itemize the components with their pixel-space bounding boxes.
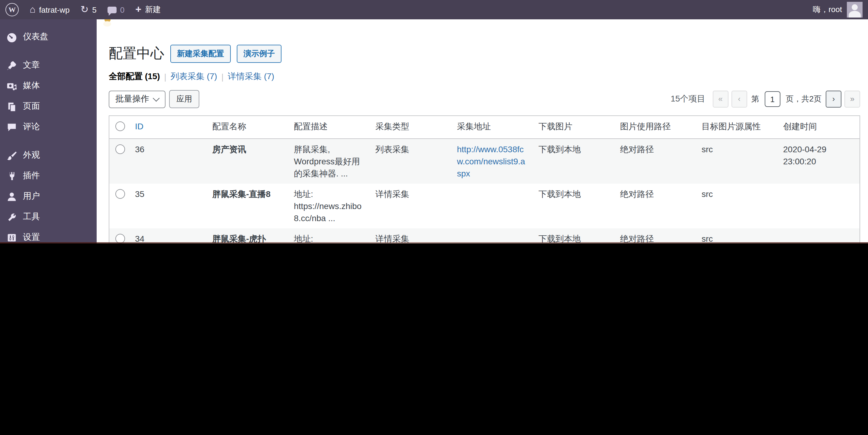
sidebar-item-label: 外观 bbox=[23, 150, 40, 161]
header-cell: 配置名称 bbox=[206, 116, 288, 139]
table-header-row: ID配置名称配置描述采集类型采集地址下载图片图片使用路径目标图片源属性创建时间 bbox=[109, 116, 860, 139]
filter-link-1[interactable]: 列表采集 (7) bbox=[170, 71, 217, 82]
update-count: 5 bbox=[92, 5, 96, 14]
cell-checkbox bbox=[109, 228, 129, 244]
filter-item: 全部配置 (15)| bbox=[109, 71, 170, 82]
filter-separator: | bbox=[221, 72, 223, 82]
wordpress-logo-icon: W bbox=[5, 3, 19, 16]
header-cell-checkbox bbox=[109, 116, 129, 139]
row-checkbox[interactable] bbox=[115, 145, 125, 154]
collect-url-link[interactable]: http://www.0538fcw.com/newslist9.aspx bbox=[457, 145, 525, 178]
plus-icon: + bbox=[135, 4, 141, 14]
cutoff-notice-sliver bbox=[104, 19, 111, 22]
apply-button[interactable]: 应用 bbox=[169, 90, 199, 108]
site-home-link[interactable]: ⌂ fatrat-wp bbox=[24, 0, 75, 19]
updates-link[interactable]: ↻ 5 bbox=[75, 0, 102, 19]
cell-id: 36 bbox=[129, 139, 206, 184]
header-cell: ID bbox=[129, 116, 206, 139]
page-suffix-label: 页，共2页 bbox=[786, 94, 822, 104]
sidebar-item-label: 页面 bbox=[23, 101, 40, 112]
home-icon: ⌂ bbox=[30, 5, 35, 14]
comments-bubble-icon bbox=[107, 6, 117, 13]
cell-img-src-attr: src bbox=[695, 184, 777, 228]
prev-page-button[interactable]: ‹ bbox=[732, 91, 747, 107]
cell-config-description: 地址: https://voice.hupu.com/spo ... bbox=[288, 228, 369, 244]
table-row: 36房产资讯胖鼠采集, Wordpress最好用的采集神器. ...列表采集ht… bbox=[109, 139, 860, 184]
sidebar-item-label: 评论 bbox=[23, 121, 40, 132]
filter-item: 列表采集 (7)| bbox=[170, 71, 228, 82]
bulk-action-select[interactable]: 批量操作 bbox=[109, 90, 165, 108]
sidebar-item-pages[interactable]: 页面 bbox=[0, 96, 97, 117]
new-content-label: 新建 bbox=[145, 4, 161, 15]
pagination: 15个项目 « ‹ 第 页，共2页 › » bbox=[671, 91, 860, 107]
new-collect-config-button[interactable]: 新建采集配置 bbox=[170, 45, 231, 63]
sidebar-item-appearance-brush[interactable]: 外观 bbox=[0, 145, 97, 165]
cell-config-name: 胖鼠采集-虎扑 bbox=[206, 228, 288, 244]
cell-config-name: 房产资讯 bbox=[206, 139, 288, 184]
cell-config-description-text: 地址: https://voice.hupu.com/spo ... bbox=[294, 232, 363, 244]
last-page-button[interactable]: » bbox=[844, 91, 860, 107]
settings-sliders-icon bbox=[5, 231, 18, 244]
admin-bar: W ⌂ fatrat-wp ↻ 5 0 + 新建 bbox=[0, 0, 868, 19]
cell-id: 35 bbox=[129, 184, 206, 228]
cell-download-image: 下载到本地 bbox=[532, 228, 614, 244]
sidebar-item-tools-wrench[interactable]: 工具 bbox=[0, 207, 97, 227]
sidebar-item-plugins-plug[interactable]: 插件 bbox=[0, 165, 97, 186]
cell-download-image: 下载到本地 bbox=[532, 184, 614, 228]
sidebar-item-posts-pin[interactable]: 文章 bbox=[0, 55, 97, 75]
cell-created-time bbox=[777, 228, 860, 244]
filter-link-2[interactable]: 详情采集 (7) bbox=[228, 71, 274, 82]
admin-sidebar: 仪表盘文章媒体页面评论外观插件用户工具设置 bbox=[0, 19, 97, 244]
sidebar-item-users[interactable]: 用户 bbox=[0, 186, 97, 207]
page-prefix-label: 第 bbox=[751, 94, 759, 104]
filter-separator: | bbox=[164, 72, 166, 82]
updates-icon: ↻ bbox=[81, 5, 89, 14]
cell-checkbox bbox=[109, 139, 129, 184]
cell-config-name: 胖鼠采集-直播8 bbox=[206, 184, 288, 228]
admin-bar-right: 嗨，root bbox=[807, 0, 868, 19]
new-content-link[interactable]: + 新建 bbox=[130, 0, 166, 19]
wordpress-logo-button[interactable]: W bbox=[0, 0, 24, 19]
first-page-button[interactable]: « bbox=[713, 91, 728, 107]
filter-link-0[interactable]: 全部配置 (15) bbox=[109, 71, 160, 82]
sidebar-item-media-camera[interactable]: 媒体 bbox=[0, 75, 97, 96]
my-account-link[interactable]: 嗨，root bbox=[807, 0, 868, 19]
next-page-button[interactable]: › bbox=[826, 91, 841, 107]
config-list-table: ID配置名称配置描述采集类型采集地址下载图片图片使用路径目标图片源属性创建时间 … bbox=[109, 115, 860, 244]
sidebar-item-comments[interactable]: 评论 bbox=[0, 117, 97, 137]
dashboard-icon bbox=[5, 31, 18, 43]
sidebar-item-label: 媒体 bbox=[23, 80, 40, 91]
header-cell: 目标图片源属性 bbox=[695, 116, 777, 139]
screen: W ⌂ fatrat-wp ↻ 5 0 + 新建 bbox=[0, 0, 868, 435]
current-page-input[interactable] bbox=[765, 91, 780, 107]
sidebar-item-label: 设置 bbox=[23, 232, 40, 243]
comments-link[interactable]: 0 bbox=[102, 0, 130, 19]
plugins-plug-icon bbox=[5, 170, 18, 182]
bulk-action-selected: 批量操作 bbox=[115, 93, 149, 104]
cell-created-time: 2020-04-29 23:00:20 bbox=[777, 139, 860, 184]
main-content: 配置中心 新建采集配置 演示例子 全部配置 (15)|列表采集 (7)|详情采集… bbox=[97, 19, 868, 244]
sidebar-item-label: 用户 bbox=[23, 191, 40, 202]
sidebar-item-dashboard[interactable]: 仪表盘 bbox=[0, 27, 97, 47]
sort-by-id-link[interactable]: ID bbox=[135, 121, 144, 131]
media-camera-icon bbox=[5, 80, 18, 92]
bulk-actions: 批量操作 应用 bbox=[109, 90, 199, 108]
header-cell: 下载图片 bbox=[532, 116, 614, 139]
cell-checkbox bbox=[109, 184, 129, 228]
screenshot-cutoff-artifact bbox=[0, 242, 868, 244]
cell-config-description: 胖鼠采集, Wordpress最好用的采集神器. ... bbox=[288, 139, 369, 184]
greeting-text: 嗨，root bbox=[813, 4, 842, 15]
table-row: 34胖鼠采集-虎扑地址: https://voice.hupu.com/spo … bbox=[109, 228, 860, 244]
demo-example-button[interactable]: 演示例子 bbox=[237, 45, 281, 63]
items-total: 15个项目 bbox=[671, 94, 705, 104]
site-name: fatrat-wp bbox=[39, 5, 69, 14]
sidebar-item-settings-sliders[interactable]: 设置 bbox=[0, 227, 97, 244]
cell-image-path: 绝对路径 bbox=[614, 139, 695, 184]
cell-collect-url bbox=[451, 228, 532, 244]
cell-image-path: 绝对路径 bbox=[614, 228, 695, 244]
cell-img-src-attr: src bbox=[695, 139, 777, 184]
select-all-checkbox[interactable] bbox=[115, 121, 125, 131]
title-bar: 配置中心 新建采集配置 演示例子 bbox=[109, 19, 860, 63]
row-checkbox[interactable] bbox=[115, 189, 125, 199]
avatar bbox=[847, 2, 863, 18]
